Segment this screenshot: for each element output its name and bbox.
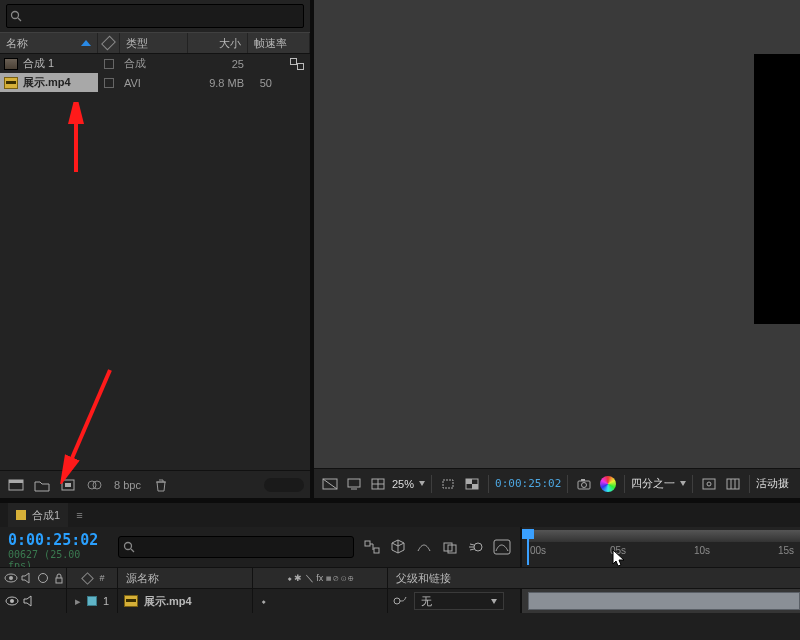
new-comp-icon[interactable] (58, 475, 78, 495)
row-type: AVI (124, 77, 141, 89)
col-size[interactable]: 大小 (188, 33, 248, 53)
project-settings-icon[interactable] (84, 475, 104, 495)
timeline-tab[interactable]: 合成1 (8, 503, 68, 527)
svg-point-46 (10, 599, 14, 603)
target-icon[interactable] (699, 474, 719, 494)
zoom-dropdown[interactable]: 25% (392, 478, 425, 490)
flowchart-icon[interactable] (290, 58, 304, 70)
label-chip[interactable] (104, 59, 114, 69)
composition-viewer[interactable]: 25% 0:00:25:02 四分之一 活动摄 (314, 0, 800, 498)
col-source-name[interactable]: 源名称 (126, 571, 159, 586)
svg-point-47 (394, 598, 400, 604)
layer-track[interactable] (520, 589, 800, 613)
project-search[interactable] (6, 4, 304, 28)
comp-mini-flow-icon[interactable] (362, 537, 382, 557)
roi-icon[interactable] (438, 474, 458, 494)
layer-switches[interactable]: ⬥ (253, 589, 387, 613)
frame-blend-icon[interactable] (440, 537, 460, 557)
interpret-footage-icon[interactable] (6, 475, 26, 495)
project-zoom-slider[interactable] (264, 478, 304, 492)
search-icon (123, 541, 135, 553)
shy-toggle-icon[interactable] (414, 537, 434, 557)
speaker-icon[interactable] (21, 593, 36, 609)
col-fps[interactable]: 帧速率 (248, 33, 310, 53)
svg-rect-13 (348, 479, 360, 487)
camera-label[interactable]: 活动摄 (756, 476, 789, 491)
eye-icon[interactable] (4, 593, 19, 609)
annotation-arrow-icon (52, 364, 132, 484)
motion-blur-icon[interactable] (466, 537, 486, 557)
svg-line-39 (470, 549, 474, 550)
pickwhip-icon[interactable] (392, 593, 408, 609)
svg-rect-19 (466, 479, 472, 484)
solo-icon[interactable] (36, 570, 50, 586)
svg-line-5 (66, 370, 110, 472)
project-search-input[interactable] (25, 9, 303, 23)
row-size: 9.8 MB (209, 77, 244, 89)
layer-number: 1 (103, 595, 109, 607)
col-parent-link[interactable]: 父级和链接 (396, 571, 451, 586)
switches-header[interactable]: ⬥ ✱ ＼ fx ▦ ⊘ ⊙ ⊕ (253, 568, 387, 588)
timeline-timecode[interactable]: 0:00:25:02 00627 (25.00 fps) (0, 527, 118, 567)
col-label[interactable] (98, 33, 120, 53)
col-size-label: 大小 (219, 36, 241, 51)
row-fps: 50 (260, 77, 272, 89)
project-row[interactable]: 展示.mp4 AVI 9.8 MB 50 (0, 73, 310, 92)
snapshot-icon[interactable] (574, 474, 594, 494)
bpc-label[interactable]: 8 bpc (110, 479, 145, 491)
col-name[interactable]: 名称 (0, 33, 98, 53)
work-area[interactable] (528, 530, 800, 542)
new-folder-icon[interactable] (32, 475, 52, 495)
playhead[interactable] (527, 529, 529, 565)
timeline-columns-header: # 源名称 ⬥ ✱ ＼ fx ▦ ⊘ ⊙ ⊕ 父级和链接 (0, 567, 800, 589)
tab-menu-icon[interactable]: ≡ (76, 509, 82, 521)
lock-icon[interactable] (52, 570, 66, 586)
video-file-icon (124, 595, 138, 607)
svg-point-0 (12, 12, 19, 19)
alpha-toggle-icon[interactable] (320, 474, 340, 494)
layer-label-chip[interactable] (87, 596, 97, 606)
svg-rect-25 (703, 479, 715, 489)
label-chip[interactable] (104, 78, 114, 88)
tag-icon (101, 36, 116, 51)
twirl-icon[interactable]: ▸ (75, 595, 81, 608)
render-cube-icon[interactable] (388, 537, 408, 557)
parent-dropdown[interactable]: 无 (414, 592, 504, 610)
timeline-search-input[interactable] (139, 539, 353, 556)
svg-rect-40 (494, 540, 510, 554)
project-rows: 合成 1 合成 25 展示.mp4 AVI 9.8 MB 50 (0, 54, 310, 470)
project-panel: 名称 类型 大小 帧速率 合成 1 合成 25 (0, 0, 314, 498)
time-ruler[interactable]: 00s 05s 10s 15s (520, 527, 800, 567)
ruler-tick: 10s (694, 545, 710, 556)
transparency-grid-icon[interactable] (462, 474, 482, 494)
sort-asc-icon (81, 40, 91, 46)
comp-chip-icon (16, 510, 26, 520)
timeline-tools (362, 527, 520, 567)
chevron-down-icon (419, 481, 425, 486)
timeline-search[interactable] (118, 536, 354, 558)
monitor-icon[interactable] (344, 474, 364, 494)
svg-line-31 (131, 549, 134, 552)
ruler-tick: 15s (778, 545, 794, 556)
layer-clip[interactable] (528, 592, 800, 610)
chevron-down-icon (491, 599, 497, 604)
composition-canvas (754, 54, 800, 324)
label-column-icon[interactable] (79, 570, 95, 586)
project-row[interactable]: 合成 1 合成 25 (0, 54, 310, 73)
project-columns-header: 名称 类型 大小 帧速率 (0, 32, 310, 54)
viewer-timecode[interactable]: 0:00:25:02 (495, 477, 561, 490)
trash-icon[interactable] (151, 475, 171, 495)
eye-icon[interactable] (4, 570, 18, 586)
channel-icon[interactable] (598, 474, 618, 494)
svg-point-23 (582, 482, 587, 487)
guides-icon[interactable] (368, 474, 388, 494)
grid-icon[interactable] (723, 474, 743, 494)
layer-row[interactable]: ▸ 1 展示.mp4 ⬥ 无 (0, 589, 800, 613)
svg-rect-33 (374, 548, 379, 553)
col-type[interactable]: 类型 (120, 33, 188, 53)
graph-editor-icon[interactable] (492, 537, 512, 557)
speaker-icon[interactable] (20, 570, 34, 586)
svg-point-42 (9, 576, 13, 580)
resolution-dropdown[interactable]: 四分之一 (631, 476, 686, 491)
resolution-value: 四分之一 (631, 476, 675, 491)
